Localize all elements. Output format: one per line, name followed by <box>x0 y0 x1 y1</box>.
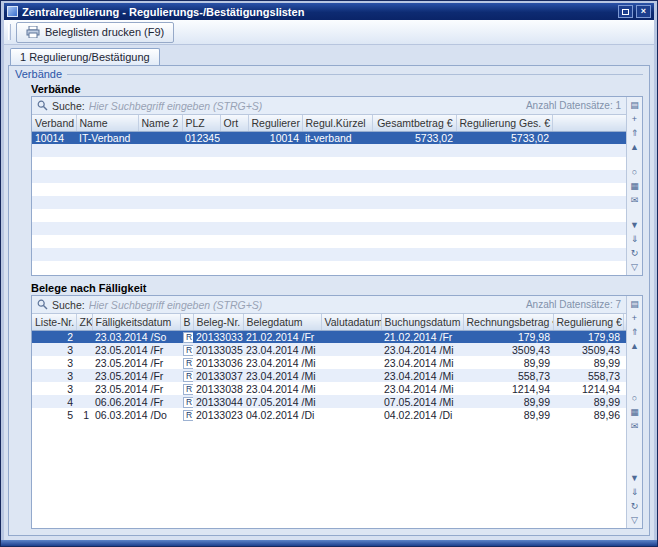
column-header-rechnungsbetrag[interactable]: Rechnungsbetrag € <box>463 314 553 330</box>
status-badge: R <box>183 410 193 421</box>
tab-page: Verbände Verbände <box>8 65 650 536</box>
minimize-button[interactable] <box>618 5 633 18</box>
scroll-top-icon[interactable]: ⇑ <box>628 326 641 338</box>
tab-regulierung-bestaetigung[interactable]: 1 Regulierung/Bestätigung <box>10 48 160 65</box>
column-header-regulierung[interactable]: Regulierung € <box>553 314 623 330</box>
table-row[interactable]: 10014IT-Verband01234510014it-verband5733… <box>32 131 626 144</box>
main-toolbar: Beleglisten drucken (F9) <box>4 20 654 45</box>
column-header-liste-nr[interactable]: Liste-Nr.▼ <box>32 314 76 330</box>
belege-search-bar: Suche: Anzahl Datensätze: 7 <box>32 296 626 314</box>
search-input[interactable] <box>89 100 522 112</box>
column-header-name-2[interactable]: Name 2 <box>138 115 182 131</box>
window-bottom-frame <box>1 540 657 546</box>
column-header-label: PLZ <box>186 117 205 129</box>
window-controls: × <box>618 5 651 18</box>
add-row-icon[interactable]: + <box>628 312 641 324</box>
column-header-regul-k-rzel[interactable]: Regul.Kürzel <box>302 115 372 131</box>
group-caption-rule <box>67 74 643 75</box>
belege-section-title: Belege nach Fälligkeit <box>31 282 643 294</box>
add-row-icon[interactable]: + <box>628 113 641 125</box>
status-badge: R <box>183 371 193 382</box>
column-header-belegdatum[interactable]: Belegdatum <box>243 314 321 330</box>
table-row[interactable]: 406.06.2014 /FrR2013304407.05.2014 /Mi07… <box>32 395 626 408</box>
column-header-ort[interactable]: Ort <box>220 115 248 131</box>
column-header-gesamtbetrag[interactable]: Gesamtbetrag € <box>372 115 456 131</box>
search-icon[interactable]: ○ <box>628 166 641 178</box>
export-icon[interactable]: ▦ <box>628 406 641 418</box>
search-icon <box>37 299 48 310</box>
grid-empty-area <box>32 421 626 528</box>
column-header-f-lligkeitsdatum[interactable]: Fälligkeitsdatum <box>92 314 180 330</box>
column-header-b[interactable]: B <box>180 314 193 330</box>
column-header-zk[interactable]: ZK <box>76 314 92 330</box>
column-header-label: Fälligkeitsdatum <box>96 316 172 328</box>
column-header-name[interactable]: Name <box>76 115 138 131</box>
column-header-label: Regulierung € <box>557 316 622 328</box>
column-header-label: Verband <box>35 117 74 129</box>
search-icon[interactable]: ○ <box>628 392 641 404</box>
filter-icon[interactable]: ▽ <box>628 261 641 273</box>
empty-row <box>32 235 626 248</box>
column-header-buchungsdatum[interactable]: Buchungsdatum <box>381 314 463 330</box>
verbaende-section-title: Verbände <box>31 83 643 95</box>
refresh-icon[interactable]: ↻ <box>628 247 641 259</box>
belege-table: Liste-Nr.▼ZKFälligkeitsdatumBBeleg-Nr.Be… <box>32 314 626 421</box>
scroll-bottom-icon[interactable]: ⇓ <box>628 486 641 498</box>
belege-grid-panel: Suche: Anzahl Datensätze: 7 Liste-Nr.▼ZK… <box>31 295 643 529</box>
filter-icon[interactable]: ▽ <box>628 514 641 526</box>
belege-side-toolbar: ▤+⇑▲○▦✉▼⇓↻▽ <box>626 296 642 528</box>
column-header-label: Valutadatum <box>325 316 382 328</box>
print-lists-button-label: Beleglisten drucken (F9) <box>45 26 164 38</box>
column-header-beleg-nr[interactable]: Beleg-Nr. <box>193 314 243 330</box>
scroll-down-icon[interactable]: ▼ <box>628 219 641 231</box>
grid-header-row: Liste-Nr.▼ZKFälligkeitsdatumBBeleg-Nr.Be… <box>32 314 626 330</box>
column-header-label: Regulierung Ges. € <box>460 117 550 129</box>
verbaende-section: Verbände Suche: Anzahl <box>31 81 643 276</box>
app-icon <box>7 6 18 17</box>
search-label: Suche: <box>52 299 85 311</box>
column-header-valutadatum[interactable]: Valutadatum <box>321 314 381 330</box>
close-button[interactable]: × <box>636 5 651 18</box>
table-row[interactable]: 323.05.2014 /FrR2013303823.04.2014 /Mi23… <box>32 382 626 395</box>
mail-icon[interactable]: ✉ <box>628 194 641 206</box>
empty-row <box>32 144 626 157</box>
side-toolbar-group-middle: ○▦✉ <box>627 166 642 206</box>
table-row[interactable]: 323.05.2014 /FrR2013303523.04.2014 /Mi23… <box>32 343 626 356</box>
column-chooser-icon[interactable]: ▤ <box>628 298 641 310</box>
search-icon <box>37 100 48 111</box>
column-header-plz[interactable]: PLZ <box>182 115 220 131</box>
column-header-label: Regulierer <box>252 117 300 129</box>
column-header-verband[interactable]: Verband <box>32 115 76 131</box>
side-toolbar-group-top: ▤+⇑▲ <box>627 298 642 352</box>
table-row[interactable]: 323.05.2014 /FrR2013303723.04.2014 /Mi23… <box>32 369 626 382</box>
export-icon[interactable]: ▦ <box>628 180 641 192</box>
table-row[interactable]: 5106.03.2014 /DoR2013302304.02.2014 /Di0… <box>32 408 626 421</box>
column-header-label: Beleg-Nr. <box>197 316 241 328</box>
group-box-header: Verbände <box>15 67 643 81</box>
search-input[interactable] <box>89 299 522 311</box>
side-toolbar-group-bottom: ▼⇓↻▽ <box>627 219 642 273</box>
mail-icon[interactable]: ✉ <box>628 420 641 432</box>
status-badge: R <box>183 384 193 395</box>
column-chooser-icon[interactable]: ▤ <box>628 99 641 111</box>
verbaende-side-toolbar: ▤+⇑▲○▦✉▼⇓↻▽ <box>626 97 642 275</box>
title-bar: Zentralregulierung - Regulierungs-/Bestä… <box>4 3 654 20</box>
scroll-top-icon[interactable]: ⇑ <box>628 127 641 139</box>
window-box-icon <box>622 9 629 15</box>
column-header-regulierer[interactable]: Regulierer <box>248 115 302 131</box>
empty-row <box>32 183 626 196</box>
scroll-down-icon[interactable]: ▼ <box>628 472 641 484</box>
refresh-icon[interactable]: ↻ <box>628 500 641 512</box>
column-header-label: Buchungsdatum <box>385 316 461 328</box>
print-lists-button[interactable]: Beleglisten drucken (F9) <box>16 22 174 43</box>
grid-empty-area <box>32 261 626 275</box>
record-count: Anzahl Datensätze: 1 <box>526 100 621 111</box>
column-header-regulierung-ges[interactable]: Regulierung Ges. € <box>456 115 552 131</box>
status-badge: R <box>183 332 193 343</box>
column-header-label: Name <box>80 117 108 129</box>
scroll-up-icon[interactable]: ▲ <box>628 141 641 153</box>
table-row[interactable]: 223.03.2014 /SoR2013303321.02.2014 /Fr21… <box>32 330 626 343</box>
table-row[interactable]: 323.05.2014 /FrR2013303623.04.2014 /Mi23… <box>32 356 626 369</box>
scroll-bottom-icon[interactable]: ⇓ <box>628 233 641 245</box>
scroll-up-icon[interactable]: ▲ <box>628 340 641 352</box>
